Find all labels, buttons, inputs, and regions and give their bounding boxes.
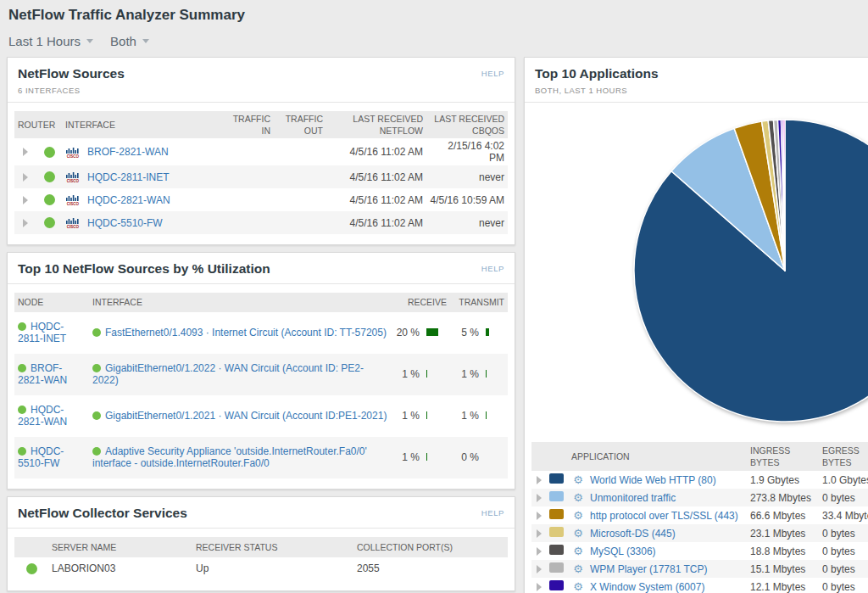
column-collection-ports: COLLECTION PORT(S) bbox=[353, 537, 508, 557]
expand-icon[interactable] bbox=[23, 196, 28, 204]
router-link[interactable]: HQDC-5510-FW bbox=[87, 217, 163, 229]
application-gear-icon: ⚙ bbox=[573, 545, 583, 557]
router-link[interactable]: BROF-2821-WAN bbox=[87, 146, 169, 158]
transmit-percent: 5 % bbox=[450, 323, 482, 342]
collection-ports: 2055 bbox=[353, 558, 508, 579]
series-color-swatch bbox=[549, 580, 564, 590]
panel-title: NetFlow Collector Services bbox=[18, 506, 504, 521]
receive-bar bbox=[426, 328, 438, 336]
table-row: CISCO HQDC-2811-INET 4/5/16 11:02 AM nev… bbox=[14, 165, 508, 188]
column-receive: RECEIVE bbox=[392, 293, 450, 311]
series-color-swatch bbox=[549, 527, 564, 537]
interface-link[interactable]: GigabitEthernet0/1.2022 · WAN Circuit (A… bbox=[92, 362, 364, 386]
status-up-icon bbox=[18, 364, 26, 372]
panel-subtitle: BOTH, LAST 1 HOURS bbox=[535, 86, 868, 95]
top-applications-panel: Top 10 Applications BOTH, LAST 1 HOURS H… bbox=[524, 57, 868, 593]
svg-text:CISCO: CISCO bbox=[67, 154, 80, 158]
panel-title: Top 10 NetFlow Sources by % Utilization bbox=[18, 261, 504, 277]
column-last-received-netflow: LAST RECEIVED NETFLOW bbox=[326, 111, 426, 138]
help-link[interactable]: HELP bbox=[481, 264, 504, 273]
traffic-in-value bbox=[225, 221, 274, 225]
status-up-icon bbox=[26, 563, 37, 574]
status-up-icon bbox=[44, 147, 55, 158]
traffic-out-value bbox=[274, 176, 326, 179]
application-link[interactable]: World Wide Web HTTP (80) bbox=[590, 474, 716, 486]
application-link[interactable]: MySQL (3306) bbox=[590, 545, 656, 557]
table-row: HQDC-5510-FW Adaptive Security Appliance… bbox=[14, 437, 508, 478]
cisco-router-icon: CISCO bbox=[62, 193, 84, 207]
expand-icon[interactable] bbox=[23, 148, 28, 156]
expand-icon[interactable] bbox=[537, 494, 542, 502]
column-application: APPLICATION bbox=[569, 450, 748, 463]
last-cbqos-value: 2/15/16 4:02 PM bbox=[426, 138, 508, 165]
series-color-swatch bbox=[549, 509, 564, 519]
egress-bytes: 1.0 Gbytes bbox=[820, 473, 868, 487]
pie-chart-svg[interactable] bbox=[525, 103, 868, 437]
table-row: ⚙ http protocol over TLS/SSL (443) 66.6 … bbox=[531, 506, 868, 524]
expand-icon[interactable] bbox=[537, 547, 542, 556]
router-link[interactable]: HQDC-2811-INET bbox=[87, 171, 169, 183]
last-cbqos-value: never bbox=[426, 215, 508, 231]
panel-title: NetFlow Sources bbox=[18, 66, 504, 81]
table-row: ⚙ MySQL (3306) 18.8 Mbytes 0 bytes bbox=[531, 542, 868, 560]
egress-bytes: 33.4 Mbytes bbox=[820, 509, 868, 523]
column-interface: INTERFACE bbox=[62, 117, 225, 132]
receive-percent: 20 % bbox=[392, 323, 423, 342]
column-interface: INTERFACE bbox=[89, 293, 392, 311]
application-link[interactable]: Microsoft-DS (445) bbox=[590, 528, 676, 540]
filter-bar: Last 1 Hours Both bbox=[0, 24, 868, 57]
time-range-dropdown[interactable]: Last 1 Hours bbox=[8, 34, 93, 48]
table-header: APPLICATION INGRESS BYTES EGRESS BYTES bbox=[531, 442, 868, 471]
series-color-swatch bbox=[549, 491, 564, 501]
ingress-bytes: 66.6 Mbytes bbox=[748, 509, 820, 523]
status-up-icon bbox=[18, 322, 26, 331]
chevron-down-icon bbox=[86, 39, 93, 43]
application-gear-icon: ⚙ bbox=[573, 474, 583, 485]
table-row: ⚙ World Wide Web HTTP (80) 1.9 Gbytes 1.… bbox=[531, 471, 868, 489]
help-link[interactable]: HELP bbox=[481, 69, 504, 78]
column-last-received-cbqos: LAST RECEIVED CBQOS bbox=[426, 111, 508, 138]
column-traffic-out: TRAFFIC OUT bbox=[274, 111, 326, 138]
expand-icon[interactable] bbox=[23, 219, 28, 227]
application-link[interactable]: Unmonitored traffic bbox=[590, 492, 676, 504]
expand-icon[interactable] bbox=[537, 529, 542, 538]
application-link[interactable]: http protocol over TLS/SSL (443) bbox=[590, 510, 738, 522]
status-up-icon bbox=[44, 171, 55, 182]
table-row: CISCO BROF-2821-WAN 4/5/16 11:02 AM 2/15… bbox=[14, 138, 508, 165]
series-color-swatch bbox=[549, 473, 564, 484]
application-gear-icon: ⚙ bbox=[573, 492, 583, 503]
column-egress-bytes: EGRESS BYTES bbox=[820, 444, 868, 469]
page-title: NetFlow Traffic Analyzer Summary bbox=[0, 0, 868, 24]
server-name: LABORION03 bbox=[48, 558, 192, 579]
expand-icon[interactable] bbox=[23, 173, 28, 182]
router-link[interactable]: HQDC-2821-WAN bbox=[87, 194, 170, 206]
expand-icon[interactable] bbox=[537, 512, 542, 520]
utilization-panel: Top 10 NetFlow Sources by % Utilization … bbox=[7, 252, 515, 489]
series-color-swatch bbox=[549, 545, 564, 555]
help-link[interactable]: HELP bbox=[481, 508, 504, 517]
status-up-icon bbox=[92, 411, 101, 420]
table-row: BROF-2821-WAN GigabitEthernet0/1.2022 · … bbox=[14, 354, 508, 395]
application-gear-icon: ⚙ bbox=[573, 528, 583, 539]
expand-icon[interactable] bbox=[537, 476, 542, 484]
ingress-bytes: 1.9 Gbytes bbox=[748, 473, 820, 487]
time-range-label: Last 1 Hours bbox=[8, 34, 81, 48]
traffic-out-value bbox=[274, 199, 326, 202]
expand-icon[interactable] bbox=[537, 583, 542, 591]
direction-label: Both bbox=[110, 34, 136, 48]
table-row: ⚙ WPM Player (17781 TCP) 15.1 Mbytes 0 b… bbox=[531, 560, 868, 578]
application-link[interactable]: WPM Player (17781 TCP) bbox=[590, 563, 708, 575]
interface-link[interactable]: Adaptive Security Appliance 'outside.Int… bbox=[92, 445, 367, 469]
application-link[interactable]: X Window System (6007) bbox=[590, 581, 704, 593]
interface-link[interactable]: GigabitEthernet0/1.2021 · WAN Circuit (A… bbox=[105, 410, 387, 422]
traffic-out-value bbox=[274, 221, 326, 225]
direction-dropdown[interactable]: Both bbox=[110, 34, 149, 48]
series-color-swatch bbox=[549, 562, 564, 573]
table-header: SERVER NAME RECEIVER STATUS COLLECTION P… bbox=[14, 537, 508, 557]
table-header: ROUTER INTERFACE TRAFFIC IN TRAFFIC OUT … bbox=[14, 111, 508, 138]
egress-bytes: 0 bytes bbox=[820, 491, 868, 505]
interface-link[interactable]: FastEthernet0/1.4093 · Internet Circuit … bbox=[105, 327, 387, 338]
receiver-status: Up bbox=[192, 558, 353, 579]
expand-icon[interactable] bbox=[537, 565, 542, 573]
receive-percent: 1 % bbox=[392, 365, 423, 383]
